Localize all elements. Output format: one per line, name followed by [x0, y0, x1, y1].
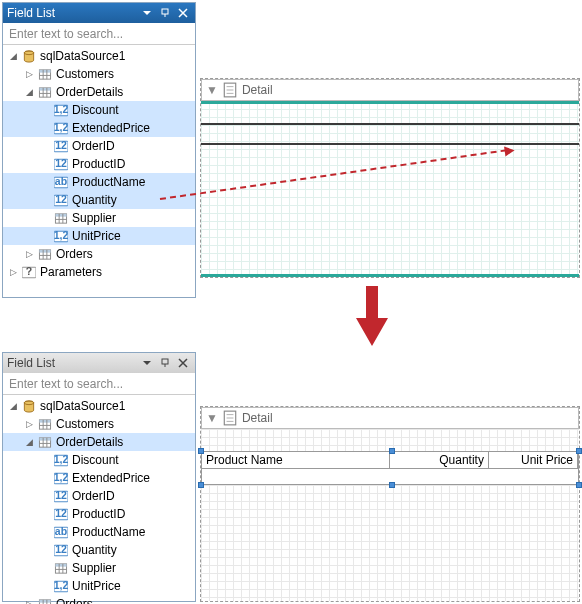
node-label: Quantity — [72, 543, 117, 557]
tree-node-unitprice[interactable]: UnitPrice — [3, 227, 195, 245]
expander-icon[interactable]: ▷ — [23, 248, 35, 260]
tree-node-discount[interactable]: Discount — [3, 101, 195, 119]
report-designer-top[interactable]: ▼ Detail — [200, 78, 580, 278]
table-icon — [53, 211, 69, 225]
search-input[interactable]: Enter text to search... — [3, 373, 195, 395]
tree-node-orderdetails[interactable]: ◢OrderDetails — [3, 433, 195, 451]
table-icon — [53, 561, 69, 575]
field-list-panel-bottom: Field List Enter text to search... ◢sqlD… — [2, 352, 196, 602]
detail-band-header[interactable]: ▼ Detail — [201, 407, 579, 429]
param-icon — [21, 265, 37, 279]
expander-icon[interactable] — [39, 562, 51, 574]
resize-handle[interactable] — [576, 482, 582, 488]
panel-titlebar[interactable]: Field List — [3, 353, 195, 373]
expander-icon[interactable] — [39, 508, 51, 520]
tree-node-orders[interactable]: ▷Orders — [3, 245, 195, 263]
detail-icon — [222, 411, 238, 425]
svg-rect-21 — [162, 359, 168, 364]
expander-icon[interactable]: ◢ — [23, 436, 35, 448]
expander-icon[interactable] — [39, 122, 51, 134]
int-icon — [53, 157, 69, 171]
tree-node-quantity[interactable]: Quantity — [3, 191, 195, 209]
field-list-panel-top: Field List Enter text to search... ◢sqlD… — [2, 2, 196, 298]
detail-band-header[interactable]: ▼ Detail — [201, 79, 579, 101]
node-label: ProductID — [72, 507, 125, 521]
column-header[interactable]: Product Name — [202, 452, 390, 468]
node-label: Customers — [56, 417, 114, 431]
dropdown-icon[interactable] — [139, 356, 155, 370]
column-header[interactable]: Unit Price — [489, 452, 578, 468]
report-designer-bottom[interactable]: ▼ Detail Product NameQuantityUnit Price — [200, 406, 580, 602]
expander-icon[interactable] — [39, 580, 51, 592]
dropdown-icon[interactable] — [139, 6, 155, 20]
node-label: ProductID — [72, 157, 125, 171]
expander-icon[interactable] — [39, 490, 51, 502]
expander-icon[interactable] — [39, 194, 51, 206]
column-header[interactable]: Quantity — [390, 452, 489, 468]
tree-node-productid[interactable]: ProductID — [3, 155, 195, 173]
resize-handle[interactable] — [389, 482, 395, 488]
expander-icon[interactable]: ▷ — [7, 266, 19, 278]
tree-node-parameters[interactable]: ▷Parameters — [3, 263, 195, 281]
tree-node-supplier[interactable]: Supplier — [3, 559, 195, 577]
tree-node-sqldatasource1[interactable]: ◢sqlDataSource1 — [3, 47, 195, 65]
expander-icon[interactable]: ◢ — [23, 86, 35, 98]
expander-icon[interactable]: ▷ — [23, 418, 35, 430]
table-icon — [37, 85, 53, 99]
pin-icon[interactable] — [157, 356, 173, 370]
tree-node-extendedprice[interactable]: ExtendedPrice — [3, 469, 195, 487]
tree-node-orderid[interactable]: OrderID — [3, 137, 195, 155]
resize-handle[interactable] — [198, 482, 204, 488]
tree-node-productid[interactable]: ProductID — [3, 505, 195, 523]
resize-handle[interactable] — [198, 448, 204, 454]
field-tree[interactable]: ◢sqlDataSource1▷Customers◢OrderDetailsDi… — [3, 45, 195, 283]
panel-titlebar[interactable]: Field List — [3, 3, 195, 23]
resize-handle[interactable] — [389, 448, 395, 454]
expander-icon[interactable]: ◢ — [7, 50, 19, 62]
band-border-bottom — [201, 274, 579, 277]
detail-icon — [222, 83, 238, 97]
tree-node-orders[interactable]: ▷Orders — [3, 595, 195, 604]
expander-icon[interactable]: ▷ — [23, 598, 35, 604]
tree-node-supplier[interactable]: Supplier — [3, 209, 195, 227]
node-label: Discount — [72, 103, 119, 117]
svg-rect-19 — [162, 9, 168, 14]
tree-node-customers[interactable]: ▷Customers — [3, 415, 195, 433]
design-grid — [201, 101, 579, 277]
expander-icon[interactable] — [39, 544, 51, 556]
tree-node-orderdetails[interactable]: ◢OrderDetails — [3, 83, 195, 101]
expander-icon[interactable] — [39, 176, 51, 188]
close-icon[interactable] — [175, 356, 191, 370]
tree-node-customers[interactable]: ▷Customers — [3, 65, 195, 83]
expander-icon[interactable] — [39, 104, 51, 116]
pin-icon[interactable] — [157, 6, 173, 20]
close-icon[interactable] — [175, 6, 191, 20]
node-label: Supplier — [72, 211, 116, 225]
expander-icon[interactable] — [39, 212, 51, 224]
tree-node-productname[interactable]: ProductName — [3, 173, 195, 191]
tree-node-unitprice[interactable]: UnitPrice — [3, 577, 195, 595]
expander-icon[interactable] — [39, 526, 51, 538]
expander-icon[interactable] — [39, 454, 51, 466]
expander-icon[interactable]: ◢ — [7, 400, 19, 412]
rule-line — [201, 143, 579, 145]
expander-icon[interactable] — [39, 140, 51, 152]
collapse-icon[interactable]: ▼ — [206, 83, 218, 97]
collapse-icon[interactable]: ▼ — [206, 411, 218, 425]
tree-node-extendedprice[interactable]: ExtendedPrice — [3, 119, 195, 137]
tree-node-quantity[interactable]: Quantity — [3, 541, 195, 559]
table-icon — [37, 597, 53, 604]
expander-icon[interactable] — [39, 230, 51, 242]
expander-icon[interactable]: ▷ — [23, 68, 35, 80]
tree-node-discount[interactable]: Discount — [3, 451, 195, 469]
tree-node-sqldatasource1[interactable]: ◢sqlDataSource1 — [3, 397, 195, 415]
int-icon — [53, 489, 69, 503]
field-tree[interactable]: ◢sqlDataSource1▷Customers◢OrderDetailsDi… — [3, 395, 195, 604]
int-icon — [53, 507, 69, 521]
resize-handle[interactable] — [576, 448, 582, 454]
search-input[interactable]: Enter text to search... — [3, 23, 195, 45]
tree-node-orderid[interactable]: OrderID — [3, 487, 195, 505]
tree-node-productname[interactable]: ProductName — [3, 523, 195, 541]
expander-icon[interactable] — [39, 158, 51, 170]
expander-icon[interactable] — [39, 472, 51, 484]
